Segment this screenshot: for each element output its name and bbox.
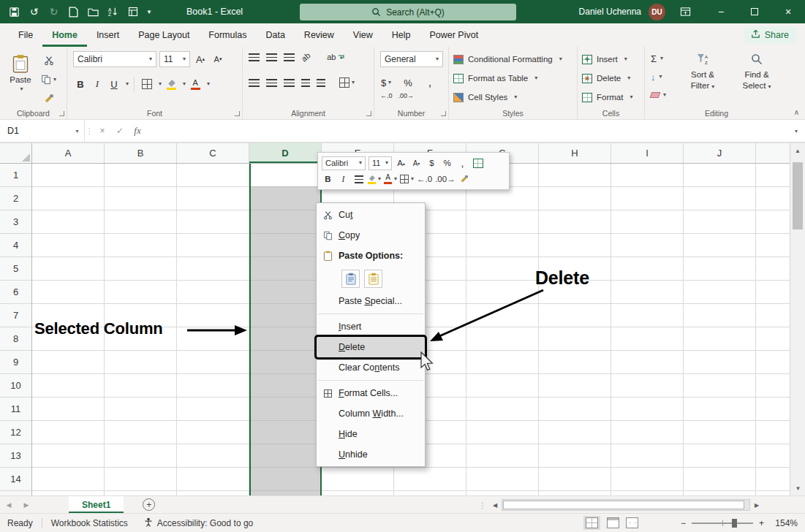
accessibility-status[interactable]: Accessibility: Good to go (144, 517, 253, 529)
mini-percent-button[interactable]: % (441, 156, 453, 170)
row-header[interactable]: 4 (0, 234, 31, 257)
decrease-decimal-button[interactable]: .00→ (398, 92, 415, 99)
font-dialog-launcher[interactable] (235, 111, 240, 116)
context-menu-insert[interactable]: Insert (317, 316, 425, 337)
row-header[interactable]: 9 (0, 351, 31, 374)
mini-borders-button[interactable]: ▾ (400, 172, 414, 186)
row-header[interactable]: 6 (0, 281, 31, 304)
scroll-down-icon[interactable]: ▼ (790, 481, 805, 495)
context-menu-delete[interactable]: Delete (317, 337, 425, 357)
format-button[interactable]: Format▾ (582, 89, 632, 105)
tab-insert[interactable]: Insert (87, 23, 129, 47)
horizontal-scroll-thumb[interactable] (503, 501, 744, 509)
mini-bold-button[interactable]: B (322, 172, 334, 186)
underline-chevron-icon[interactable]: ▾ (126, 81, 129, 87)
column-header-a[interactable]: A (32, 143, 105, 163)
align-bottom-icon[interactable] (284, 53, 295, 61)
context-menu-paste-special[interactable]: Paste Special... (317, 291, 425, 311)
new-sheet-button[interactable]: + (143, 498, 155, 511)
tab-home[interactable]: Home (42, 23, 87, 47)
mini-font-size-combo[interactable]: 11▾ (369, 156, 392, 170)
mini-fill-color-button[interactable]: ▾ (368, 172, 381, 186)
row-header[interactable]: 2 (0, 187, 31, 210)
cell-styles-button[interactable]: Cell Styles▾ (453, 89, 517, 105)
column-header-d-selected[interactable]: D (249, 143, 322, 163)
mini-table-button[interactable] (472, 156, 484, 170)
row-header[interactable]: 13 (0, 444, 31, 468)
column-header-j[interactable]: J (684, 143, 756, 163)
shrink-font-button[interactable]: A▾ (211, 51, 225, 67)
print-preview-icon[interactable] (123, 4, 143, 20)
close-button[interactable]: × (771, 0, 805, 23)
selected-column-overlay[interactable] (249, 164, 322, 495)
paste-values-button[interactable] (364, 270, 382, 288)
column-header-b[interactable]: B (105, 143, 177, 163)
row-header[interactable]: 3 (0, 210, 31, 234)
normal-view-button[interactable] (583, 516, 600, 530)
increase-indent-icon[interactable] (317, 79, 325, 87)
mini-comma-button[interactable]: , (456, 156, 469, 170)
formula-bar-expand-icon[interactable]: ▾ (787, 128, 805, 134)
grow-font-button[interactable]: A▴ (193, 51, 208, 67)
format-painter-button[interactable] (41, 91, 56, 107)
sheet-nav-right-icon[interactable]: ▶ (18, 496, 35, 513)
vertical-scrollbar[interactable]: ▲ ▼ (790, 143, 805, 495)
zoom-slider[interactable] (692, 522, 753, 524)
page-layout-view-button[interactable] (607, 517, 619, 528)
row-header[interactable]: 7 (0, 304, 31, 327)
name-box[interactable]: D1 (0, 120, 70, 142)
select-all-corner[interactable] (0, 143, 32, 164)
fill-button[interactable]: ↓▾ (651, 69, 666, 84)
delete-cells-button[interactable]: ×Delete▾ (582, 70, 630, 86)
decrease-indent-icon[interactable] (301, 79, 310, 87)
vertical-scroll-thumb[interactable] (793, 162, 803, 229)
number-dialog-launcher[interactable] (441, 111, 446, 116)
horizontal-scrollbar[interactable] (502, 499, 750, 511)
clear-button[interactable]: ▾ (651, 88, 666, 102)
context-menu-column-width[interactable]: Column Width... (317, 403, 425, 424)
mini-font-color-button[interactable]: A▾ (384, 172, 397, 186)
percent-button[interactable]: % (401, 75, 415, 91)
hscroll-left-icon[interactable]: ◀ (488, 496, 502, 514)
ribbon-display-options-icon[interactable] (676, 4, 695, 20)
orientation-icon[interactable]: ab (300, 50, 312, 63)
sheet-nav-left-icon[interactable]: ◀ (0, 496, 18, 513)
zoom-slider-thumb[interactable] (732, 519, 737, 528)
mini-italic-button[interactable]: I (337, 172, 349, 186)
sort-filter-button[interactable]: AZ Sort & Filter▾ (680, 53, 725, 92)
fill-color-button[interactable] (164, 76, 178, 92)
mini-increase-decimal-button[interactable]: ←.0 (417, 172, 432, 186)
tab-page-layout[interactable]: Page Layout (129, 23, 199, 47)
row-header[interactable]: 5 (0, 257, 31, 281)
align-center-icon[interactable] (266, 79, 277, 87)
workbook-statistics[interactable]: Workbook Statistics (51, 518, 128, 528)
active-cell-d1[interactable] (251, 164, 320, 186)
mini-shrink-font-button[interactable]: A▾ (410, 156, 423, 170)
cut-button[interactable] (41, 53, 56, 69)
merge-center-button[interactable]: ▾ (339, 77, 355, 88)
currency-button[interactable]: $▾ (379, 75, 393, 91)
align-left-icon[interactable] (249, 79, 260, 87)
mini-grow-font-button[interactable]: A▴ (395, 156, 407, 170)
row-header[interactable]: 11 (0, 398, 31, 421)
formula-bar-drag-handle[interactable]: ⋮ (85, 126, 94, 136)
row-header[interactable]: 1 (0, 164, 31, 187)
new-file-icon[interactable] (64, 4, 83, 20)
share-button[interactable]: Share (744, 26, 796, 44)
borders-chevron-icon[interactable]: ▾ (159, 81, 162, 87)
bold-button[interactable]: B (73, 76, 88, 92)
mini-currency-button[interactable]: $ (426, 156, 438, 170)
alignment-dialog-launcher[interactable] (366, 111, 371, 116)
insert-cells-button[interactable]: +Insert▾ (582, 51, 627, 67)
clipboard-dialog-launcher[interactable] (59, 111, 64, 116)
save-icon[interactable] (4, 4, 24, 20)
zoom-percentage[interactable]: 154% (770, 518, 798, 528)
underline-button[interactable]: U (107, 76, 121, 92)
row-header[interactable]: 12 (0, 421, 31, 444)
mini-font-name-combo[interactable]: Calibri▾ (322, 156, 366, 170)
font-color-chevron-icon[interactable]: ▾ (207, 81, 210, 87)
fill-color-chevron-icon[interactable]: ▾ (183, 81, 186, 87)
tab-help[interactable]: Help (382, 23, 420, 47)
align-middle-icon[interactable] (266, 53, 277, 61)
context-menu-copy[interactable]: Copy (317, 225, 425, 246)
